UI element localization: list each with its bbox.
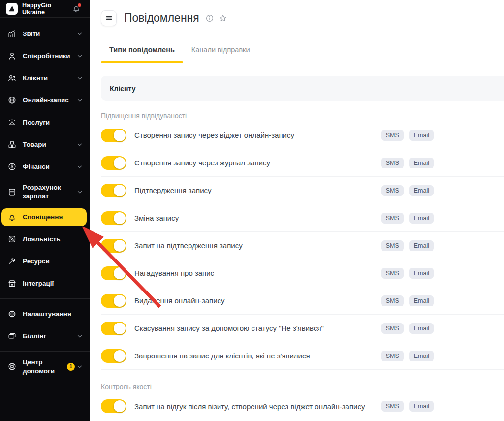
section-title: Клієнту [110, 85, 136, 93]
sidebar-item-label: Фінанси [23, 162, 75, 171]
menu-toggle-button[interactable] [101, 10, 117, 26]
info-icon[interactable] [205, 14, 214, 23]
email-badge[interactable]: Email [410, 295, 434, 306]
sidebar-item-label: Налаштування [23, 310, 75, 319]
sidebar-item-settings[interactable]: Налаштування [0, 303, 90, 325]
notification-label: Підтвердження запису [134, 186, 381, 194]
toggle-switch[interactable] [101, 211, 126, 225]
toggle-switch[interactable] [101, 399, 126, 413]
toggle-switch[interactable] [101, 129, 126, 142]
sidebar-item-online-booking[interactable]: Онлайн-запис [0, 89, 90, 111]
resources-icon [7, 257, 17, 266]
toggle-knob [114, 350, 126, 362]
email-badge[interactable]: Email [410, 130, 434, 141]
favorite-star-icon[interactable] [219, 14, 227, 23]
sidebar-item-label: Онлайн-запис [23, 96, 75, 105]
clients-icon [7, 73, 17, 83]
toggle-switch[interactable] [101, 294, 126, 308]
chevron-down-icon [76, 53, 83, 60]
sidebar-item-billing[interactable]: Біллінг [0, 325, 90, 347]
integrations-icon [7, 279, 17, 289]
toggle-knob [114, 212, 126, 224]
email-badge[interactable]: Email [410, 185, 434, 196]
sidebar-item-label: Лояльність [23, 235, 75, 244]
notification-label: Нагадування про запис [134, 269, 381, 277]
sidebar-item-label: Товари [23, 140, 75, 149]
toggle-switch[interactable] [101, 239, 126, 253]
sidebar-item-loyalty[interactable]: Лояльність [0, 228, 90, 250]
sidebar-item-staff[interactable]: Співробітники [0, 45, 90, 67]
toggle-knob [114, 400, 126, 412]
sidebar-item-payroll[interactable]: Розрахунок зарплат [0, 178, 90, 206]
sms-badge[interactable]: SMS [381, 240, 404, 251]
hamburger-icon [105, 14, 113, 22]
sidebar-item-products[interactable]: Товари [0, 133, 90, 156]
notification-row: Нагадування про запис SMSEmail [101, 259, 504, 287]
sidebar-item-clients[interactable]: Клієнти [0, 67, 90, 89]
email-badge[interactable]: Email [410, 240, 434, 251]
sidebar-item-help-center[interactable]: Центр допомоги 1 [0, 356, 90, 378]
notification-label: Запрошення на запис для клієнтів, які не… [134, 352, 381, 360]
toggle-knob [114, 185, 126, 196]
toggle-switch[interactable] [101, 266, 126, 280]
notifications-bell-icon[interactable] [71, 4, 81, 14]
toggle-switch[interactable] [101, 156, 126, 170]
sms-badge[interactable]: SMS [381, 130, 404, 141]
email-badge[interactable]: Email [410, 213, 434, 224]
notification-row: Запрошення на запис для клієнтів, які не… [101, 342, 504, 370]
sidebar-item-label: Інтеграції [23, 279, 75, 288]
email-badge[interactable]: Email [410, 323, 434, 334]
toggle-switch[interactable] [101, 322, 126, 335]
help-count-badge: 1 [67, 363, 75, 371]
sidebar-item-label: Центр допомоги 1 [23, 358, 75, 375]
email-badge[interactable]: Email [410, 401, 434, 412]
sms-badge[interactable]: SMS [381, 295, 404, 306]
toggle-switch[interactable] [101, 184, 126, 197]
sidebar-item-reports[interactable]: Звіти [0, 23, 90, 45]
sidebar-divider [0, 351, 90, 352]
chevron-down-icon [76, 163, 83, 170]
services-icon [7, 118, 17, 128]
group-title: Контроль якості [101, 383, 504, 390]
sidebar-item-label: Біллінг [23, 332, 75, 341]
page-title: Повідомлення [124, 11, 199, 25]
billing-icon [7, 331, 17, 341]
email-badge[interactable]: Email [410, 158, 434, 168]
tab-send-channels[interactable]: Канали відправки [183, 36, 258, 63]
sms-badge[interactable]: SMS [381, 401, 404, 412]
sms-badge[interactable]: SMS [381, 351, 404, 361]
sms-badge[interactable]: SMS [381, 158, 404, 168]
tab-message-types[interactable]: Типи повідомлень [101, 36, 183, 63]
email-badge[interactable]: Email [410, 268, 434, 279]
logo-triangle-icon [8, 5, 16, 13]
sidebar-item-notifications[interactable]: Сповіщення [1, 208, 87, 226]
sidebar-item-integrations[interactable]: Інтеграції [0, 272, 90, 294]
sidebar-item-label: Співробітники [23, 52, 75, 61]
sidebar-item-services[interactable]: Послуги [0, 111, 90, 133]
chevron-down-icon [76, 97, 83, 104]
app-logo[interactable] [6, 3, 18, 15]
sidebar-item-finance[interactable]: Фінанси [0, 156, 90, 178]
sidebar-item-label: Розрахунок зарплат [23, 183, 75, 200]
sms-badge[interactable]: SMS [381, 213, 404, 224]
sidebar-item-resources[interactable]: Ресурси [0, 250, 90, 272]
sms-badge[interactable]: SMS [381, 185, 404, 196]
sidebar-item-label: Ресурси [23, 257, 75, 266]
brand-header: HappyGio Ukraine [0, 0, 90, 18]
sidebar-item-label: Послуги [23, 118, 75, 127]
sidebar-item-label: Звіти [23, 30, 75, 38]
notification-row: Створення запису через журнал запису SMS… [101, 149, 504, 177]
loyalty-icon [7, 234, 17, 244]
toggle-knob [114, 267, 126, 279]
email-badge[interactable]: Email [410, 351, 434, 361]
notification-label: Скасування запису за допомогою статусу "… [134, 324, 381, 332]
sms-badge[interactable]: SMS [381, 268, 404, 279]
toggle-knob [114, 130, 126, 141]
toggle-knob [114, 323, 126, 334]
sms-badge[interactable]: SMS [381, 323, 404, 334]
notification-label: Створення запису через віджет онлайн-зап… [134, 131, 381, 139]
sidebar: HappyGio Ukraine Звіти Співробітники [0, 0, 90, 421]
bell-icon [7, 212, 17, 222]
chevron-down-icon [76, 31, 83, 37]
toggle-switch[interactable] [101, 349, 126, 363]
